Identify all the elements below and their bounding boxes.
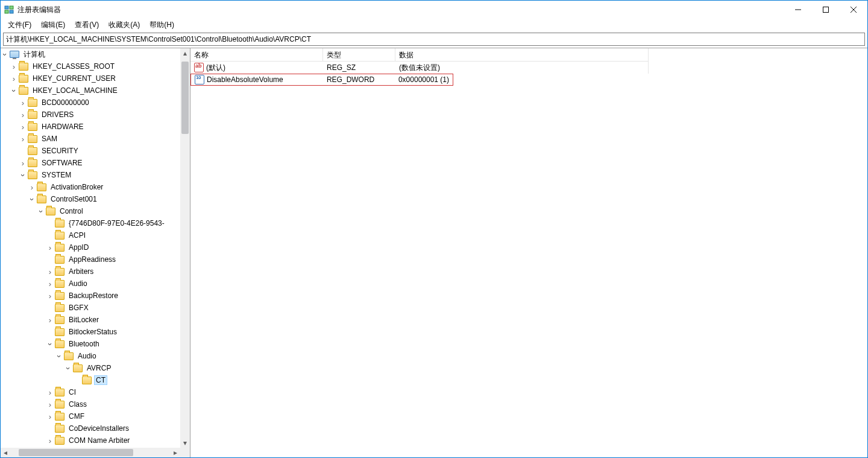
tree-vertical-scrollbar[interactable]: ▴ ▾ (180, 48, 190, 448)
registry-tree[interactable]: 计算机 HKEY_CLASSES_ROOT HKEY_CURRENT_USER (1, 48, 180, 448)
expand-icon[interactable] (46, 291, 54, 300)
expand-icon[interactable] (19, 98, 27, 107)
expand-icon[interactable] (10, 62, 18, 71)
tree-item-arbiters[interactable]: Arbiters (1, 266, 180, 278)
address-input[interactable] (6, 35, 862, 43)
tree-horizontal-scrollbar[interactable]: ◂ ▸ (1, 448, 190, 457)
folder-icon (55, 268, 64, 276)
expand-icon[interactable] (10, 86, 18, 95)
tree-item-class[interactable]: Class (1, 398, 180, 410)
close-button[interactable] (840, 1, 867, 19)
svg-rect-5 (823, 7, 829, 13)
column-header-name[interactable]: 名称 (190, 48, 323, 62)
titlebar[interactable]: 注册表编辑器 (1, 1, 867, 19)
tree-item-avrcp[interactable]: AVRCP (1, 362, 180, 374)
minimize-button[interactable] (784, 1, 812, 19)
tree-item-drivers[interactable]: DRIVERS (1, 109, 180, 121)
tree-label: Bluetooth (67, 339, 101, 349)
tree-label: 计算机 (22, 49, 47, 60)
tree-item-sam[interactable]: SAM (1, 133, 180, 145)
tree-item-appreadiness[interactable]: AppReadiness (1, 253, 180, 266)
scroll-left-icon[interactable]: ◂ (1, 448, 10, 457)
menu-edit[interactable]: 编辑(E) (36, 19, 70, 31)
tree-item-codeviceinstallers[interactable]: CoDeviceInstallers (1, 422, 180, 434)
scroll-thumb[interactable] (181, 62, 189, 134)
tree-item-comnamearbiter[interactable]: COM Name Arbiter (1, 434, 180, 447)
menu-favorites[interactable]: 收藏夹(A) (104, 19, 145, 31)
tree-item-hklm[interactable]: HKEY_LOCAL_MACHINE (1, 84, 180, 97)
expand-icon[interactable] (46, 400, 54, 409)
tree-item-guid[interactable]: {7746D80F-97E0-4E26-9543- (1, 217, 180, 229)
expand-spacer (46, 424, 54, 433)
expand-icon[interactable] (46, 340, 54, 348)
column-header-data[interactable]: 数据 (395, 48, 649, 62)
tree-item-hardware[interactable]: HARDWARE (1, 121, 180, 133)
value-name: DisableAbsoluteVolume (207, 75, 283, 84)
scroll-up-icon[interactable]: ▴ (180, 48, 190, 58)
tree-item-bitlockerstatus[interactable]: BitlockerStatus (1, 326, 180, 338)
expand-icon[interactable] (19, 159, 27, 167)
tree-item-ct[interactable]: CT (1, 374, 180, 386)
expand-icon[interactable] (37, 207, 45, 215)
tree-item-cmf[interactable]: CMF (1, 410, 180, 422)
values-header: 名称 类型 数据 (190, 48, 867, 62)
values-list[interactable]: (默认) REG_SZ (数值未设置) DisableAbsoluteVolum… (190, 62, 867, 457)
address-bar[interactable] (3, 33, 865, 46)
value-row-default[interactable]: (默认) REG_SZ (数值未设置) (190, 62, 867, 74)
tree-scroll-area: 计算机 HKEY_CLASSES_ROOT HKEY_CURRENT_USER (1, 48, 190, 457)
expand-icon[interactable] (19, 135, 27, 143)
expand-icon[interactable] (46, 243, 54, 252)
tree-item-activationbroker[interactable]: ActivationBroker (1, 181, 180, 193)
tree-item-ci[interactable]: CI (1, 386, 180, 398)
close-icon (851, 7, 857, 13)
tree-item-computer[interactable]: 计算机 (1, 48, 180, 60)
expand-icon[interactable] (1, 50, 9, 59)
tree-item-security[interactable]: SECURITY (1, 145, 180, 157)
scroll-thumb[interactable] (19, 449, 133, 456)
tree-item-hkcu[interactable]: HKEY_CURRENT_USER (1, 72, 180, 84)
tree-item-audio[interactable]: Audio (1, 278, 180, 290)
expand-icon[interactable] (19, 122, 27, 131)
expand-icon[interactable] (46, 279, 54, 288)
folder-icon (82, 377, 92, 384)
tree-item-hkcr[interactable]: HKEY_CLASSES_ROOT (1, 60, 180, 72)
expand-icon[interactable] (28, 195, 36, 203)
expand-icon[interactable] (10, 74, 18, 83)
scroll-right-icon[interactable]: ▸ (171, 448, 180, 457)
maximize-button[interactable] (812, 1, 840, 19)
menu-file[interactable]: 文件(F) (3, 19, 36, 31)
expand-icon[interactable] (46, 436, 54, 445)
tree-item-software[interactable]: SOFTWARE (1, 157, 180, 169)
menu-help[interactable]: 帮助(H) (145, 19, 179, 31)
tree-item-control[interactable]: Control (1, 205, 180, 217)
tree-item-controlset001[interactable]: ControlSet001 (1, 193, 180, 205)
expand-icon[interactable] (46, 267, 54, 276)
expand-icon[interactable] (55, 352, 63, 360)
tree-item-bitlocker[interactable]: BitLocker (1, 314, 180, 326)
tree-item-appid[interactable]: AppID (1, 241, 180, 253)
folder-icon (28, 147, 37, 155)
tree-item-acpi[interactable]: ACPI (1, 229, 180, 241)
expand-icon[interactable] (19, 110, 27, 119)
folder-icon (37, 196, 46, 203)
menu-view[interactable]: 查看(V) (70, 19, 104, 31)
tree-item-bgfx[interactable]: BGFX (1, 302, 180, 314)
tree-item-bcd[interactable]: BCD00000000 (1, 97, 180, 109)
svg-rect-0 (5, 6, 8, 9)
tree-item-bluetooth[interactable]: Bluetooth (1, 338, 180, 350)
folder-icon (28, 171, 37, 179)
tree-label: HKEY_CURRENT_USER (31, 74, 118, 83)
expand-icon[interactable] (46, 412, 54, 421)
tree-item-backuprestore[interactable]: BackupRestore (1, 290, 180, 302)
folder-icon (55, 425, 64, 433)
expand-icon[interactable] (19, 171, 27, 179)
value-row-disableabsolutevolume[interactable]: DisableAbsoluteVolume REG_DWORD 0x000000… (190, 74, 453, 86)
tree-item-system[interactable]: SYSTEM (1, 169, 180, 181)
tree-item-bt-audio[interactable]: Audio (1, 350, 180, 362)
scroll-down-icon[interactable]: ▾ (180, 438, 190, 448)
expand-icon[interactable] (64, 364, 72, 372)
expand-icon[interactable] (46, 388, 54, 396)
expand-icon[interactable] (46, 316, 54, 324)
column-header-type[interactable]: 类型 (323, 48, 395, 62)
expand-icon[interactable] (28, 183, 36, 191)
